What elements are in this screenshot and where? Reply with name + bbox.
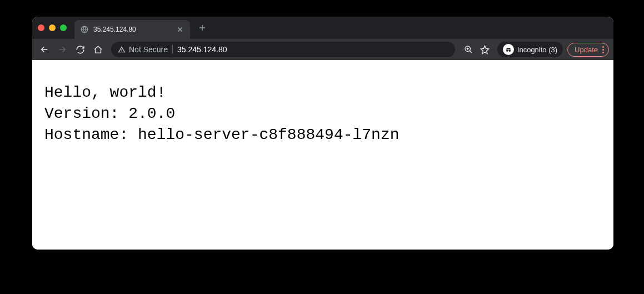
window-minimize-button[interactable] bbox=[49, 24, 56, 31]
not-secure-label: Not Secure bbox=[129, 45, 168, 54]
warning-icon bbox=[118, 46, 126, 53]
svg-point-2 bbox=[506, 50, 508, 52]
url-text: 35.245.124.80 bbox=[177, 45, 227, 54]
page-content: Hello, world! Version: 2.0.0 Hostname: h… bbox=[32, 60, 613, 250]
update-button[interactable]: Update bbox=[567, 43, 609, 57]
address-divider bbox=[172, 45, 173, 54]
menu-icon bbox=[602, 46, 604, 53]
globe-icon bbox=[80, 25, 89, 34]
back-button[interactable] bbox=[37, 42, 52, 57]
close-tab-button[interactable] bbox=[176, 25, 184, 34]
zoom-icon[interactable] bbox=[461, 42, 476, 57]
window-maximize-button[interactable] bbox=[60, 24, 67, 31]
update-label: Update bbox=[575, 46, 598, 54]
toolbar-right: Incognito (3) Update bbox=[461, 42, 609, 57]
response-body: Hello, world! Version: 2.0.0 Hostname: h… bbox=[44, 82, 601, 145]
bookmark-button[interactable] bbox=[477, 42, 493, 57]
reload-button[interactable] bbox=[72, 42, 88, 57]
incognito-indicator[interactable]: Incognito (3) bbox=[497, 42, 563, 57]
incognito-label: Incognito (3) bbox=[517, 46, 557, 54]
incognito-icon bbox=[503, 44, 514, 55]
home-button[interactable] bbox=[90, 42, 106, 57]
tab-bar: 35.245.124.80 bbox=[32, 17, 613, 39]
security-indicator[interactable]: Not Secure bbox=[118, 45, 168, 54]
tab-title: 35.245.124.80 bbox=[93, 26, 171, 33]
toolbar: Not Secure 35.245.124.80 bbox=[32, 39, 613, 60]
forward-button[interactable] bbox=[54, 42, 70, 57]
line-2: Version: 2.0.0 bbox=[44, 105, 175, 122]
browser-tab[interactable]: 35.245.124.80 bbox=[74, 20, 190, 39]
browser-window: 35.245.124.80 bbox=[32, 17, 613, 250]
address-bar[interactable]: Not Secure 35.245.124.80 bbox=[111, 42, 455, 57]
line-3: Hostname: hello-server-c8f888494-l7nzn bbox=[44, 126, 400, 143]
line-1: Hello, world! bbox=[44, 84, 166, 101]
window-close-button[interactable] bbox=[38, 24, 44, 31]
traffic-lights bbox=[38, 24, 67, 31]
svg-point-3 bbox=[508, 50, 511, 52]
new-tab-button[interactable] bbox=[194, 20, 210, 36]
